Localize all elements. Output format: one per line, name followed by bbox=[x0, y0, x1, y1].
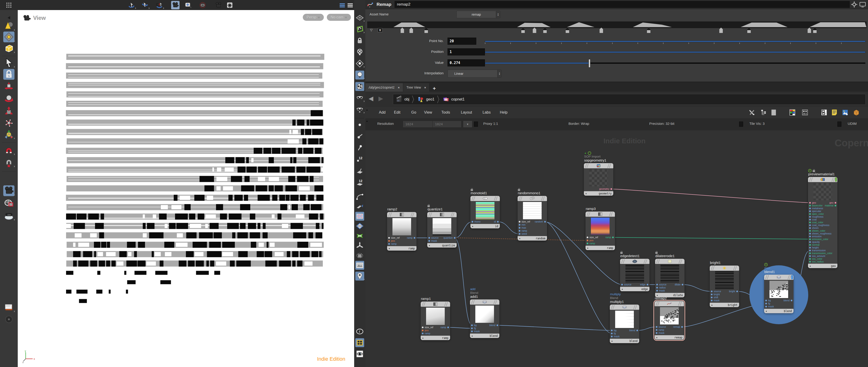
spinner-icon[interactable]: ▲▼ bbox=[496, 11, 500, 18]
node-body[interactable]: bgblendfgmask▲blend bbox=[764, 275, 794, 313]
wire-sopgeometry1.out.geometry-to-previewmaterial1.in.geo[interactable] bbox=[612, 189, 810, 203]
output-port[interactable]: remap bbox=[673, 326, 683, 328]
point-handle-icon[interactable] bbox=[355, 132, 364, 141]
input-dot-sheen_roughness[interactable] bbox=[809, 233, 811, 234]
udim-checkbox[interactable] bbox=[837, 121, 841, 127]
node-header[interactable] bbox=[764, 275, 794, 280]
input-dot-size_ref[interactable] bbox=[519, 221, 520, 223]
prim-plane-icon[interactable] bbox=[355, 166, 364, 175]
grid-plane-icon[interactable] bbox=[355, 13, 364, 22]
node-body[interactable]: size_refrandomminmaxrampseed▲random bbox=[518, 196, 547, 241]
node-footer[interactable]: ▲id bbox=[470, 224, 500, 228]
ramp-point-marker[interactable] bbox=[808, 28, 811, 33]
new-tab-button[interactable]: + bbox=[430, 86, 439, 92]
column-list-icon[interactable] bbox=[770, 109, 778, 116]
info-circle-icon[interactable]: i bbox=[355, 327, 364, 336]
node-footer[interactable]: ▲ramp bbox=[421, 336, 450, 340]
input-dot-geo[interactable] bbox=[809, 202, 811, 204]
resolution-width-field[interactable]: 1024 bbox=[403, 121, 433, 128]
wire-quantize1.out.quantize-to-add1.in.bg[interactable] bbox=[455, 238, 472, 326]
output-dot-geometry[interactable] bbox=[611, 188, 612, 190]
network-node-sopgeometry1[interactable]: ▲SOP Importsopgeometry1geometry▲geometry bbox=[584, 163, 613, 196]
node-body[interactable]: sourceremaprampmask▲remap bbox=[655, 301, 684, 340]
scene-viewport[interactable]: View Persp▼ No cam▼ y x z Indie Edition bbox=[18, 10, 354, 367]
input-dot-sheen[interactable] bbox=[809, 227, 811, 229]
input-dot-pos[interactable] bbox=[388, 240, 390, 242]
back-icon[interactable]: ◀ bbox=[369, 95, 373, 102]
persp-view-button[interactable]: Persp▼ bbox=[303, 14, 324, 21]
network-node-previewmaterial1[interactable]: previewmaterial1geogeobasecolormaterialm… bbox=[808, 177, 837, 268]
collapse-icon[interactable]: ▲ bbox=[810, 265, 811, 267]
input-dot-fg[interactable] bbox=[765, 303, 767, 304]
collapse-icon[interactable]: ▲ bbox=[656, 336, 657, 338]
node-header[interactable] bbox=[470, 196, 500, 201]
pan-cursor-icon[interactable] bbox=[141, 1, 149, 9]
node-body[interactable]: size_reframpposramp▲ramp bbox=[421, 302, 450, 340]
node-body[interactable]: bgblendfgmask▲blend bbox=[610, 305, 639, 343]
slider-handle[interactable] bbox=[589, 59, 590, 67]
display-icon[interactable] bbox=[859, 1, 866, 8]
node-footer[interactable]: ▲blend bbox=[764, 309, 794, 313]
frame-view-icon[interactable] bbox=[184, 1, 192, 9]
node-footer[interactable]: ▲blend bbox=[470, 334, 499, 338]
output-port[interactable]: ramp bbox=[407, 236, 415, 239]
output-dot-blend[interactable] bbox=[637, 330, 638, 331]
ramp-point-marker[interactable] bbox=[409, 28, 413, 33]
breadcrumb-item-geo1[interactable]: geo1 bbox=[417, 96, 434, 103]
node-name-field[interactable]: remap2 bbox=[395, 1, 850, 8]
node-header[interactable] bbox=[710, 265, 739, 271]
snap-magnet-icon[interactable] bbox=[3, 145, 14, 156]
pin-location-icon[interactable] bbox=[355, 272, 364, 281]
output-dot-bright[interactable] bbox=[736, 290, 738, 292]
axis-handles-icon[interactable] bbox=[3, 129, 14, 140]
menu-tools[interactable]: Tools bbox=[440, 109, 452, 115]
node-body[interactable]: sourceedge▲edge bbox=[620, 259, 649, 291]
network-node-edgedetect1[interactable]: edgedetect1sourceedge▲edge bbox=[620, 259, 649, 291]
output-dot-ramp[interactable] bbox=[414, 237, 415, 239]
network-node-add1[interactable]: addBlendadd1bgblendfgmask▲blend bbox=[470, 300, 499, 338]
close-icon[interactable]: × bbox=[398, 86, 400, 89]
node-body[interactable]: geogeobasecolormaterialmetalnessspecular… bbox=[808, 177, 837, 268]
node-footer[interactable]: ▲edge bbox=[620, 287, 649, 291]
input-dot-coat[interactable] bbox=[809, 219, 811, 220]
output-dot-quantize[interactable] bbox=[454, 237, 456, 239]
headlight-icon[interactable] bbox=[355, 59, 364, 68]
node-body[interactable]: geometry▲geometry bbox=[584, 163, 613, 196]
input-dot-ramp[interactable] bbox=[587, 243, 588, 244]
node-footer[interactable]: ▲bright bbox=[710, 303, 739, 307]
ramp-expand-icon[interactable]: ▽ bbox=[370, 28, 373, 32]
node-body[interactable]: sourcequantizemask▲quantize bbox=[427, 212, 457, 248]
ramp-point-marker[interactable] bbox=[425, 28, 428, 33]
input-dot-ramp[interactable] bbox=[519, 230, 520, 232]
normals-fan-icon[interactable] bbox=[355, 241, 364, 250]
output-port[interactable]: random bbox=[535, 220, 546, 223]
menu-view[interactable]: View bbox=[422, 109, 434, 115]
wire-multiply1.out.blend-to-remap2.in.source[interactable] bbox=[637, 327, 657, 331]
output-port[interactable]: blend bbox=[489, 324, 498, 327]
spinner-icon[interactable]: ▲▼ bbox=[497, 70, 501, 77]
wire-quantize1.out.quantize-to-monotoid1.in.mono[interactable] bbox=[455, 222, 472, 238]
output-port[interactable]: blend bbox=[629, 329, 638, 332]
input-dot-pos[interactable] bbox=[422, 330, 424, 331]
node-body[interactable]: size_reframpposramp▲ramp bbox=[387, 212, 416, 251]
network-editor[interactable]: Indie Edition Copernicus ramp2size_refra… bbox=[365, 131, 868, 367]
input-dot-ramp[interactable] bbox=[422, 333, 424, 334]
param-slider[interactable] bbox=[485, 41, 865, 42]
display-settings-icon[interactable] bbox=[225, 1, 234, 9]
output-dot-edge[interactable] bbox=[647, 284, 648, 285]
tab-tree-view[interactable]: Tree View× bbox=[403, 83, 430, 92]
ramp-point-marker[interactable] bbox=[401, 28, 404, 33]
node-flag[interactable] bbox=[791, 275, 793, 279]
input-dot-size_ref[interactable] bbox=[587, 236, 588, 238]
output-port[interactable]: material bbox=[825, 204, 836, 207]
input-dot-max[interactable] bbox=[519, 227, 520, 229]
orbit-cursor-icon[interactable] bbox=[127, 1, 136, 9]
shape-set-icon[interactable] bbox=[801, 109, 809, 116]
ramp-curve-strip[interactable] bbox=[367, 22, 867, 28]
node-footer[interactable]: ▲geometry bbox=[584, 191, 613, 196]
pane-expand-icon[interactable]: ▲ bbox=[366, 109, 368, 111]
uv-checker-icon[interactable] bbox=[355, 212, 364, 221]
group-star-icon[interactable] bbox=[355, 231, 364, 240]
diamond-grid-icon[interactable] bbox=[3, 32, 14, 42]
input-dot-seed[interactable] bbox=[519, 233, 520, 235]
